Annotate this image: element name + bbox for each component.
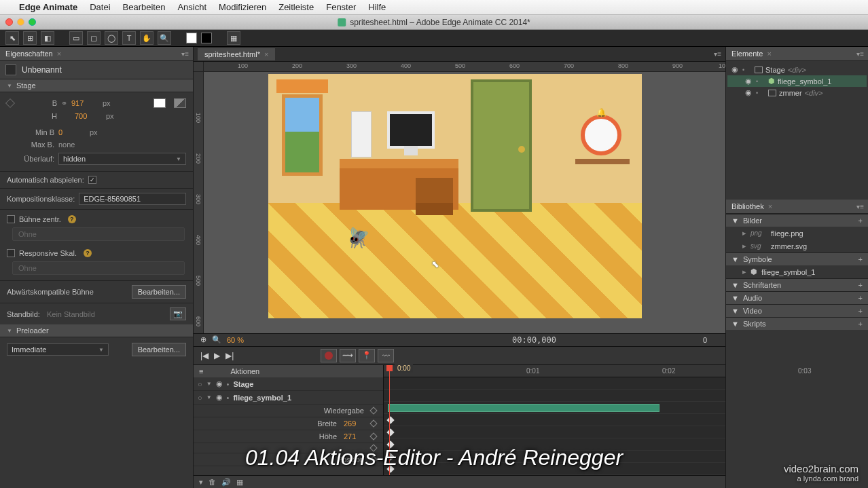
menu-fenster[interactable]: Fenster [326,2,356,12]
stroke-swatch[interactable] [201,33,212,43]
filter-icon[interactable]: ▾ [199,478,203,487]
goto-end-button[interactable]: ▶| [225,351,234,360]
eye-icon[interactable]: ◉ [216,393,223,402]
easing-button[interactable]: 〰 [378,349,394,362]
track-prop5[interactable] [384,463,725,475]
horizontal-ruler[interactable]: 100 200 300 400 500 600 700 800 900 1000 [204,62,725,72]
autoplay-checkbox[interactable] [88,176,96,184]
stage-section-header[interactable]: ▼ Stage [0,79,193,92]
lock-icon[interactable]: • [756,78,765,85]
trash-icon[interactable]: 🗑 [209,478,216,486]
crosshair-icon[interactable]: ⊕ [200,335,206,344]
layout-tool[interactable]: ▦ [227,31,240,45]
track-fliege[interactable] [384,402,725,414]
prop-value[interactable]: 271 [344,432,364,440]
add-icon[interactable]: + [858,255,863,263]
selection-tool[interactable]: ⬉ [5,31,19,45]
rounded-rect-tool[interactable]: ▢ [87,31,101,45]
lib-section-audio[interactable]: ▼ Audio + [726,291,868,304]
doc-tabs-menu-icon[interactable]: ▾≡ [714,50,721,58]
library-menu-icon[interactable]: ▾≡ [856,203,864,210]
tracks-area[interactable]: 0:01 0:02 0:03 0:00 [384,365,725,475]
element-row-zmmer[interactable]: ◉ • zmmer <div> [727,87,867,98]
prop-wiedergabe[interactable]: Wiedergabe [194,405,383,417]
eye-icon[interactable]: ◉ [216,379,223,388]
zoom-icon[interactable]: 🔍 [212,335,221,344]
maximize-window-button[interactable] [29,18,36,26]
menu-ansicht[interactable]: Ansicht [177,2,206,12]
keyframe-icon[interactable] [5,98,15,108]
transform-tool[interactable]: ⊞ [23,31,37,45]
keyframe[interactable] [386,466,394,473]
track-bar[interactable] [388,404,659,412]
minimize-window-button[interactable] [17,18,24,26]
auto-keyframe-button[interactable] [321,349,337,362]
timecode-display[interactable]: 00:00,000 [384,335,685,345]
track-prop1[interactable] [384,414,725,426]
lib-section-schriftarten[interactable]: ▼ Schriftarten + [726,278,868,291]
play-button[interactable]: ▶ [214,351,220,360]
elements-menu-icon[interactable]: ▾≡ [856,50,864,58]
object-name[interactable]: Unbenannt [22,65,62,75]
prop-blank[interactable] [194,443,383,453]
visibility-icon[interactable]: ◉ [744,88,753,97]
no-fill-swatch[interactable] [174,98,186,108]
lib-item-symbol[interactable]: ▸ ⬢ fliege_symbol_1 [726,265,868,278]
lock-icon[interactable]: • [756,90,765,96]
lock-icon[interactable]: • [227,394,230,402]
hand-tool[interactable]: ✋ [140,31,153,45]
track-prop3[interactable] [384,438,725,451]
link-icon[interactable]: ⚭ [61,99,67,108]
add-icon[interactable]: + [858,217,863,225]
lib-item-zmmer[interactable]: ▸ svg zmmer.svg [726,240,868,252]
menu-hilfe[interactable]: Hilfe [368,2,386,12]
track-prop4[interactable] [384,451,725,463]
prop-hoehe[interactable]: Höhe 271 [194,430,383,443]
visibility-icon[interactable]: ◉ [744,77,753,86]
triangle-icon[interactable]: ▼ [206,381,212,387]
keyframe-btn[interactable] [369,445,377,452]
lib-item-fliege[interactable]: ▸ png fliege.png [726,227,868,240]
app-name[interactable]: Edge Animate [19,2,77,12]
keyframe-btn[interactable] [369,407,377,415]
visibility-icon[interactable]: ◉ [730,65,740,74]
library-close-icon[interactable]: × [768,202,772,210]
width-value[interactable]: 917 [71,99,98,107]
compclass-input[interactable]: EDGE-85690851 [79,193,186,205]
triangle-icon[interactable]: ▼ [206,394,212,400]
layer-fliege[interactable]: ○ ▼ ◉ • fliege_symbol_1 [194,391,383,405]
toggle-icon[interactable]: ○ [198,394,202,402]
stage-canvas[interactable]: 🪰 [268,74,642,318]
close-window-button[interactable] [5,18,13,26]
prop-value[interactable]: 269 [344,419,364,428]
text-tool[interactable]: T [122,31,136,45]
pin-button[interactable]: 📍 [359,349,375,362]
add-icon[interactable]: + [858,307,863,315]
maxb-value[interactable]: none [58,140,75,149]
sound-icon[interactable]: 🔊 [221,478,231,487]
goto-start-button[interactable]: |◀ [200,351,209,360]
info-icon[interactable]: ? [84,249,92,257]
keyframe[interactable] [386,429,394,436]
keyframe[interactable] [386,441,394,449]
lib-section-video[interactable]: ▼ Video + [726,304,868,317]
prop-breite[interactable]: Breite 269 [194,417,383,430]
responsive-checkbox[interactable] [7,249,15,257]
add-icon[interactable]: + [858,320,863,328]
lib-section-symbole[interactable]: ▼ Symbole + [726,252,868,265]
clip-tool[interactable]: ◧ [41,31,54,45]
keyframe-btn[interactable] [369,433,377,440]
lock-icon[interactable]: • [227,380,230,388]
prop-position[interactable]: Position [194,453,383,466]
keyframe[interactable] [386,417,394,424]
camera-button[interactable]: 📷 [170,307,186,320]
time-ruler[interactable]: 0:01 0:02 0:03 [384,365,725,377]
track-actions[interactable] [384,377,725,390]
zoom-tool[interactable]: 🔍 [158,31,171,45]
track-stage[interactable] [384,390,725,402]
height-value[interactable]: 700 [75,112,102,120]
grid-icon[interactable]: ▦ [236,478,243,487]
rectangle-tool[interactable]: ▭ [69,31,83,45]
menu-datei[interactable]: Datei [90,2,110,12]
add-icon[interactable]: + [858,281,863,289]
